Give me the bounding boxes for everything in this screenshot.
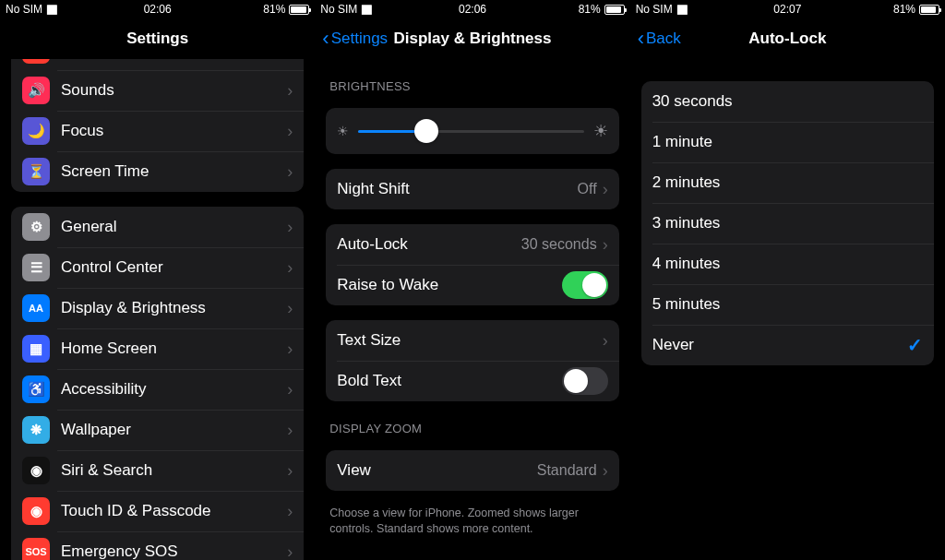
chevron-left-icon: ‹ [638,27,644,51]
option-label: 2 minutes [652,173,923,192]
status-bar: No SIM 02:06 81% [0,0,315,18]
nav-bar: Settings [0,18,315,59]
zoom-group: View Standard › [326,450,618,491]
view-row[interactable]: View Standard › [326,450,618,491]
row-label: Auto-Lock [337,235,520,254]
auto-lock-option[interactable]: 30 seconds [641,81,934,122]
back-label: Back [646,30,681,48]
settings-row-touch-id-passcode[interactable]: ◉Touch ID & Passcode› [11,491,304,531]
person-icon: ♿ [22,375,50,403]
back-label: Settings [331,30,388,48]
row-detail: 30 seconds [521,236,597,253]
display-list[interactable]: BRIGHTNESS ☀ ☀ Night Shift Off › Auto-Lo… [315,59,629,560]
settings-row-focus[interactable]: 🌙Focus› [11,111,304,151]
row-detail: Standard [537,462,597,479]
chevron-right-icon: › [287,219,293,235]
row-label: Bold Text [337,372,561,390]
auto-lock-option[interactable]: 1 minute [641,122,934,162]
settings-row-notifications[interactable]: 🔔Notifications› [11,59,304,70]
option-label: 5 minutes [652,295,923,314]
row-label: Emergency SOS [61,542,287,560]
page-title: Settings [0,30,315,48]
chevron-right-icon: › [287,259,293,276]
auto-lock-option[interactable]: 2 minutes [641,162,934,203]
zoom-header: DISPLAY ZOOM [329,422,615,435]
settings-row-wallpaper[interactable]: ❋Wallpaper› [11,410,304,450]
row-label: Wallpaper [61,421,287,439]
settings-row-siri-search[interactable]: ◉Siri & Search› [11,450,304,491]
auto-lock-option[interactable]: 3 minutes [641,203,934,244]
screen-settings: No SIM 02:06 81% Settings 🔔Notifications… [0,0,315,560]
battery-icon [604,5,625,15]
carrier-label: No SIM [6,3,42,16]
settings-row-emergency-sos[interactable]: SOSEmergency SOS› [11,531,304,560]
auto-lock-list[interactable]: 30 seconds1 minute2 minutes3 minutes4 mi… [630,59,945,560]
nav-bar: ‹ Settings Display & Brightness [315,18,629,59]
clock: 02:07 [736,3,838,16]
settings-row-accessibility[interactable]: ♿Accessibility› [11,369,304,410]
chevron-right-icon: › [287,300,293,316]
grid-icon: ▦ [22,335,50,363]
checkmark-icon: ✓ [907,334,923,356]
chevron-right-icon: › [287,163,293,180]
back-button[interactable]: ‹ Settings [322,27,388,51]
status-bar: No SIM 02:06 81% [315,0,629,18]
settings-row-general[interactable]: ⚙General› [11,207,304,247]
chevron-right-icon: › [603,181,608,197]
brightness-slider[interactable] [358,130,583,133]
settings-group-1: 🔔Notifications›🔊Sounds›🌙Focus›⏳Screen Ti… [11,59,304,192]
row-label: Touch ID & Passcode [61,502,287,520]
option-label: 30 seconds [652,92,923,111]
row-label: Siri & Search [61,461,287,480]
raise-to-wake-toggle[interactable] [562,271,608,299]
battery-icon [289,5,309,15]
row-label: Sounds [61,81,287,100]
row-label: View [337,461,536,480]
carrier-label: No SIM [320,3,357,16]
wifi-icon [46,3,57,16]
settings-row-display-brightness[interactable]: AADisplay & Brightness› [11,288,304,328]
row-label: Text Size [337,331,602,350]
battery-pct: 81% [893,3,915,16]
text-size-row[interactable]: Text Size › [326,320,618,361]
night-shift-row[interactable]: Night Shift Off › [326,169,618,209]
auto-lock-row[interactable]: Auto-Lock 30 seconds › [326,224,618,265]
option-label: 3 minutes [652,214,923,232]
sun-small-icon: ☀ [337,124,349,138]
settings-row-control-center[interactable]: ☰Control Center› [11,247,304,288]
option-label: Never [652,336,907,354]
auto-lock-option[interactable]: 5 minutes [641,284,934,325]
chevron-right-icon: › [287,503,293,519]
row-detail: Off [578,181,597,197]
moon-icon: 🌙 [22,117,50,145]
screen-auto-lock: No SIM 02:07 81% ‹ Back Auto-Lock 30 sec… [630,0,945,560]
status-bar: No SIM 02:07 81% [630,0,945,18]
chevron-right-icon: › [287,82,293,99]
row-label: Control Center [61,258,287,277]
settings-row-screen-time[interactable]: ⏳Screen Time› [11,151,304,192]
settings-row-sounds[interactable]: 🔊Sounds› [11,70,304,111]
bold-text-toggle[interactable] [562,367,608,395]
wifi-icon [676,3,688,16]
battery-pct: 81% [579,3,601,16]
option-label: 4 minutes [652,255,923,273]
gear-icon: ⚙ [22,213,50,241]
brightness-slider-row: ☀ ☀ [326,108,618,154]
settings-row-home-screen[interactable]: ▦Home Screen› [11,328,304,369]
raise-to-wake-row: Raise to Wake [326,265,618,305]
sound-icon: 🔊 [22,77,50,104]
settings-list[interactable]: 🔔Notifications›🔊Sounds›🌙Focus›⏳Screen Ti… [0,59,315,560]
chevron-right-icon: › [287,381,293,398]
row-label: General [61,218,287,236]
cc-icon: ☰ [22,254,50,281]
carrier-label: No SIM [636,3,673,16]
row-label: Screen Time [61,162,287,181]
row-label: Raise to Wake [337,276,561,294]
hourglass-icon: ⏳ [22,158,50,185]
chevron-right-icon: › [287,543,293,560]
auto-lock-option[interactable]: 4 minutes [641,244,934,284]
back-button[interactable]: ‹ Back [638,27,681,51]
row-label: Accessibility [61,380,287,399]
auto-lock-option[interactable]: Never✓ [641,325,934,365]
chevron-right-icon: › [603,462,608,479]
